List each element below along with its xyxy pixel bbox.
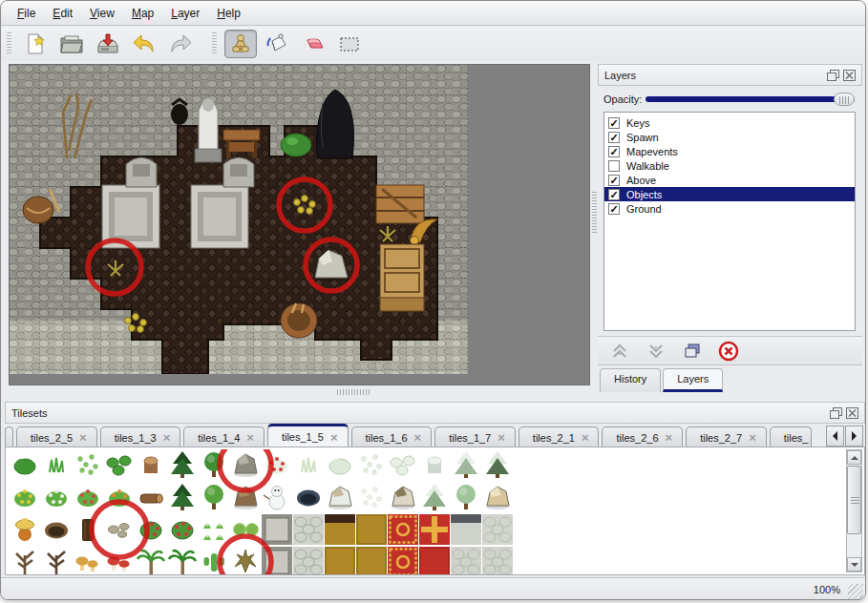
tile-rock[interactable]	[482, 482, 513, 512]
tile-pine[interactable]	[167, 482, 198, 512]
tile-stump[interactable]	[419, 449, 450, 480]
tile-floortop[interactable]	[451, 514, 481, 545]
close-tab-icon[interactable]: ×	[582, 430, 589, 445]
tile-pebbles[interactable]	[104, 514, 135, 545]
select-tool-button[interactable]	[333, 30, 366, 58]
undo-button[interactable]	[128, 30, 160, 58]
scroll-down-button[interactable]	[847, 557, 861, 572]
tile-scatter[interactable]	[356, 482, 387, 512]
save-file-button[interactable]	[92, 30, 124, 58]
close-tab-icon[interactable]: ×	[414, 430, 422, 445]
close-panel-icon[interactable]	[843, 70, 856, 81]
horizontal-splitter[interactable]	[337, 389, 370, 395]
tile-cactus[interactable]	[199, 547, 229, 575]
tile-pine[interactable]	[419, 482, 450, 512]
tile-cobble[interactable]	[451, 547, 481, 575]
layer-row-walkable[interactable]: Walkable	[604, 158, 855, 173]
menu-file[interactable]: File	[9, 3, 44, 24]
tile-rock[interactable]	[230, 482, 261, 512]
layer-checkbox[interactable]: ✓	[608, 117, 620, 129]
tile-flowers[interactable]	[262, 449, 292, 480]
tile-floorframe[interactable]	[262, 547, 292, 575]
tile-blob[interactable]	[325, 449, 355, 480]
toolbar-grip[interactable]	[7, 32, 11, 55]
tile-mush[interactable]	[104, 547, 135, 575]
tile-scatter[interactable]	[73, 449, 103, 480]
tileset-tab-tiles_1_5[interactable]: tiles_1_5×	[267, 424, 349, 447]
scrollbar-thumb[interactable]	[847, 466, 861, 534]
tile-stump[interactable]	[136, 449, 166, 480]
opacity-slider-handle[interactable]	[834, 93, 855, 106]
toolbar-grip-2[interactable]	[212, 32, 217, 55]
scroll-tabs-right-button[interactable]	[845, 426, 863, 447]
delete-layer-button[interactable]	[716, 340, 741, 363]
layer-checkbox[interactable]: ✓	[608, 203, 620, 215]
tile-rock[interactable]	[325, 482, 355, 512]
tile-floortop[interactable]	[325, 514, 355, 545]
redo-button[interactable]	[164, 30, 197, 58]
tile-flowers[interactable]	[41, 482, 72, 512]
dock-tab-layers[interactable]: Layers	[663, 368, 723, 392]
float-tilesets-icon[interactable]	[830, 407, 842, 419]
tile-cobble[interactable]	[293, 514, 324, 545]
tile-scatter[interactable]	[356, 449, 387, 480]
tile-tree[interactable]	[451, 482, 481, 512]
tileset-content[interactable]	[5, 447, 865, 575]
dock-tab-history[interactable]: History	[600, 368, 661, 392]
tile-rock[interactable]	[388, 482, 418, 512]
open-file-button[interactable]	[55, 30, 88, 58]
tile-flowers[interactable]	[73, 482, 103, 512]
tile-pine[interactable]	[451, 449, 481, 480]
tile-cobble[interactable]	[482, 514, 513, 545]
tile-blob[interactable]	[10, 449, 40, 480]
tile-tuft[interactable]	[41, 449, 72, 480]
fill-tool-button[interactable]	[261, 30, 293, 58]
tile-carpet[interactable]	[388, 514, 418, 545]
duplicate-layer-button[interactable]	[680, 340, 705, 363]
layer-row-ground[interactable]: ✓Ground	[604, 201, 855, 216]
tileset-tab-tiles_1_4[interactable]: tiles_1_4×	[183, 426, 265, 447]
tile-trunk[interactable]	[73, 514, 103, 545]
menu-help[interactable]: Help	[208, 3, 249, 24]
tile-cobble[interactable]	[482, 547, 513, 575]
tile-girl[interactable]	[10, 514, 40, 545]
close-tilesets-icon[interactable]	[846, 407, 858, 419]
close-tab-icon[interactable]: ×	[246, 430, 254, 445]
tile-drybush[interactable]	[230, 547, 261, 575]
close-tab-icon[interactable]: ×	[749, 430, 756, 445]
raise-layer-button[interactable]	[607, 340, 632, 363]
eraser-tool-button[interactable]	[297, 30, 329, 58]
tile-blob3[interactable]	[104, 449, 135, 480]
tileset-scrollbar[interactable]	[846, 449, 862, 572]
tile-tree[interactable]	[199, 449, 229, 480]
scroll-up-button[interactable]	[847, 450, 861, 465]
tile-rock[interactable]	[230, 449, 261, 480]
vertical-splitter[interactable]	[592, 192, 597, 234]
layer-checkbox[interactable]	[608, 160, 620, 172]
layer-row-above[interactable]: ✓Above	[604, 173, 855, 187]
tile-carpetcross[interactable]	[419, 514, 450, 545]
opacity-slider[interactable]	[646, 92, 855, 107]
layer-checkbox[interactable]: ✓	[608, 146, 620, 157]
layer-row-spawn[interactable]: ✓Spawn	[604, 130, 855, 144]
tile-tuft[interactable]	[293, 449, 324, 480]
tileset-tab-tiles_1_3[interactable]: tiles_1_3×	[100, 426, 181, 447]
tile-sprout[interactable]	[199, 514, 229, 545]
tile-floor[interactable]	[356, 547, 387, 575]
tile-pine[interactable]	[482, 449, 513, 480]
tile-hole[interactable]	[41, 514, 72, 545]
tile-palm[interactable]	[167, 547, 198, 575]
tile-deadtree[interactable]	[10, 547, 40, 575]
lower-layer-button[interactable]	[644, 340, 668, 363]
tile-berry[interactable]	[136, 514, 166, 545]
tile-deadtree[interactable]	[41, 547, 72, 575]
menu-view[interactable]: View	[81, 3, 123, 24]
map-canvas[interactable]	[9, 64, 590, 385]
tile-palm[interactable]	[136, 547, 166, 575]
layer-row-mapevents[interactable]: ✓Mapevents	[604, 144, 855, 158]
tile-pine[interactable]	[167, 449, 198, 480]
close-tab-icon[interactable]: ×	[330, 430, 338, 445]
menu-layer[interactable]: Layer	[162, 3, 208, 24]
close-tab-icon[interactable]: ×	[79, 430, 87, 445]
tileset-tab-tiles_2_7[interactable]: tiles_2_7×	[686, 426, 767, 447]
